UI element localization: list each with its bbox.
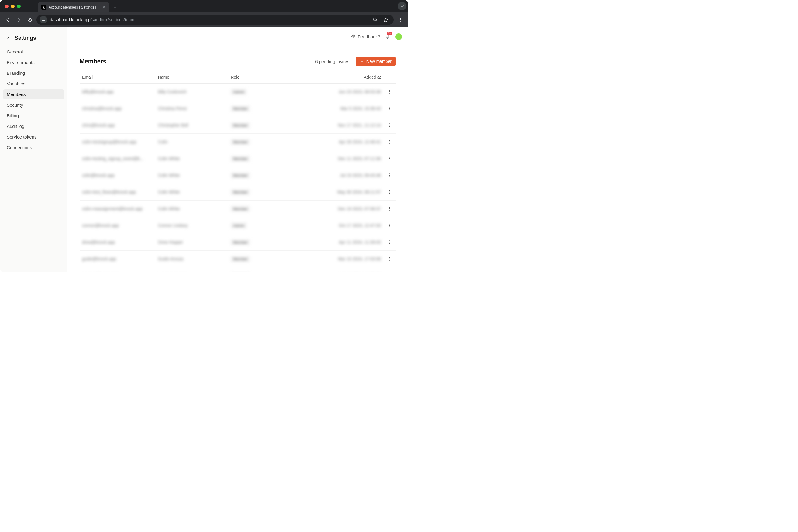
svg-point-27: [389, 193, 390, 194]
cell-role: Member: [228, 167, 298, 184]
row-menu-button[interactable]: [386, 222, 393, 229]
browser-menu-button[interactable]: [396, 16, 404, 24]
col-header-role: Role: [228, 71, 298, 83]
svg-point-0: [42, 19, 43, 19]
svg-point-18: [389, 143, 390, 144]
row-menu-button[interactable]: [386, 88, 393, 95]
cell-actions: [383, 217, 396, 234]
cell-name: Connor Lindsey: [156, 217, 228, 234]
svg-point-17: [389, 141, 390, 142]
sidebar-item-branding[interactable]: Branding: [3, 68, 64, 78]
row-menu-button[interactable]: [386, 105, 393, 112]
cell-name: Colin White: [156, 167, 228, 184]
svg-point-34: [389, 241, 390, 241]
new-member-button[interactable]: ＋ New member: [356, 57, 396, 66]
tab-overflow-button[interactable]: [398, 2, 406, 10]
sidebar-item-security[interactable]: Security: [3, 100, 64, 110]
notifications-button[interactable]: 9+: [385, 34, 391, 40]
table-row: colin+test_flows@knock.appColin WhiteMem…: [80, 184, 396, 201]
row-menu-button[interactable]: [386, 205, 393, 212]
cell-added-at: Oct 17 2023, 12:47:03: [298, 217, 383, 234]
svg-point-29: [389, 208, 390, 209]
cell-actions: [383, 267, 396, 272]
url-bar[interactable]: dashboard.knock.app/sandbox/settings/tea…: [36, 15, 394, 25]
pending-invites-link[interactable]: 6 pending invites: [315, 59, 349, 64]
svg-point-20: [389, 158, 390, 159]
cell-added-at: May 30 2024, 08:11:57: [298, 184, 383, 201]
svg-point-4: [400, 18, 401, 19]
window-close-button[interactable]: [5, 4, 8, 8]
sidebar-item-service-tokens[interactable]: Service tokens: [3, 132, 64, 142]
notification-badge: 9+: [386, 32, 392, 35]
plus-icon: ＋: [360, 59, 364, 63]
svg-line-3: [376, 20, 377, 22]
cell-added-at: Mar 15 2024, 17:03:08: [298, 251, 383, 267]
cell-role: Member: [228, 234, 298, 251]
back-icon[interactable]: [5, 35, 12, 41]
row-menu-button[interactable]: [386, 155, 393, 162]
cell-actions: [383, 83, 396, 100]
svg-point-26: [389, 192, 390, 192]
cell-role: Member: [228, 117, 298, 134]
cell-email: biffy@knock.app: [80, 83, 156, 100]
cell-actions: [383, 251, 396, 267]
cell-added-at: Jun 17 2024, 10:38:52: [298, 267, 383, 272]
cell-added-at: Nov 17 2021, 11:12:14: [298, 117, 383, 134]
cell-added-at: Jun 23 2023, 08:53:36: [298, 83, 383, 100]
sidebar-item-general[interactable]: General: [3, 47, 64, 57]
row-menu-button[interactable]: [386, 239, 393, 246]
cell-added-at: Apr 11 2024, 11:39:03: [298, 234, 383, 251]
row-menu-button[interactable]: [386, 188, 393, 196]
browser-tab-strip: k Account Members | Settings | ✕ +: [0, 0, 408, 13]
sidebar-item-billing[interactable]: Billing: [3, 111, 64, 121]
row-menu-button[interactable]: [386, 172, 393, 179]
cell-email: colin+reassignment@knock.app: [80, 201, 156, 217]
tab-close-icon[interactable]: ✕: [102, 5, 106, 10]
cell-email: drew@knock.app: [80, 234, 156, 251]
app-root: Settings GeneralEnvironmentsBrandingVari…: [0, 27, 408, 272]
cell-email: guido@knock.app: [80, 251, 156, 267]
svg-point-31: [389, 224, 390, 225]
table-row: colin@knock.appColin WhiteMemberJul 19 2…: [80, 167, 396, 184]
cell-added-at: Dec 19 2023, 07:08:37: [298, 201, 383, 217]
cell-role: Member: [228, 201, 298, 217]
row-menu-button[interactable]: [386, 138, 393, 146]
svg-point-14: [389, 125, 390, 126]
tab-title: Account Members | Settings |: [49, 5, 100, 10]
sidebar-item-variables[interactable]: Variables: [3, 79, 64, 89]
zoom-icon[interactable]: [371, 16, 380, 24]
svg-point-8: [389, 92, 390, 92]
svg-point-36: [389, 243, 390, 244]
browser-forward-button[interactable]: [15, 16, 23, 24]
table-row: guido@knock.appGuido ArocasMemberMar 15 …: [80, 251, 396, 267]
browser-reload-button[interactable]: [25, 16, 34, 24]
cell-actions: [383, 184, 396, 201]
sidebar-item-connections[interactable]: Connections: [3, 142, 64, 153]
browser-back-button[interactable]: [4, 16, 12, 24]
table-row: hashim@knock.appHashim WarrenMemberJun 1…: [80, 267, 396, 272]
feedback-button[interactable]: Feedback?: [350, 34, 380, 39]
table-row: colin+testsignup@knock.appColinMemberApr…: [80, 134, 396, 150]
row-menu-button[interactable]: [386, 255, 393, 263]
sidebar-item-environments[interactable]: Environments: [3, 57, 64, 68]
new-tab-button[interactable]: +: [114, 4, 116, 10]
row-menu-button[interactable]: [386, 121, 393, 129]
svg-point-1: [44, 20, 44, 21]
cell-role: Member: [228, 267, 298, 272]
bookmark-star-icon[interactable]: [381, 16, 390, 24]
svg-point-38: [389, 259, 390, 259]
avatar[interactable]: [395, 34, 402, 40]
window-minimize-button[interactable]: [11, 4, 15, 8]
members-table: Email Name Role Added at biffy@knock.app…: [80, 71, 396, 272]
browser-tab[interactable]: k Account Members | Settings | ✕: [38, 2, 109, 13]
cell-role: Member: [228, 150, 298, 167]
cell-name: Christina Perez: [156, 100, 228, 117]
sidebar-item-audit-log[interactable]: Audit log: [3, 121, 64, 131]
cell-name: Colin White: [156, 201, 228, 217]
window-maximize-button[interactable]: [17, 4, 21, 8]
row-menu-button[interactable]: [386, 272, 393, 272]
sidebar-item-members[interactable]: Members: [3, 89, 64, 99]
table-row: biffy@knock.appBilly CoskovichAdminJun 2…: [80, 83, 396, 100]
cell-name: Hashim Warren: [156, 267, 228, 272]
site-settings-icon[interactable]: [40, 16, 47, 23]
